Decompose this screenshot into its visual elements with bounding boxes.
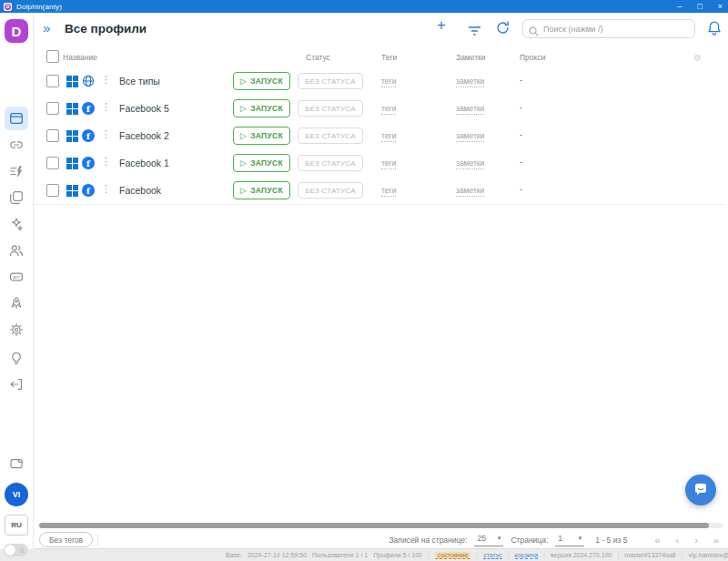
row-menu-button[interactable]: ⋮	[101, 156, 111, 168]
status-chip[interactable]: БЕЗ СТАТУСА	[298, 128, 363, 144]
facebook-icon: f	[82, 129, 95, 142]
column-header-tags[interactable]: Теги	[381, 53, 397, 62]
sidebar-item-proxy[interactable]	[5, 133, 28, 157]
per-page-select[interactable]: 25 ▾	[474, 534, 503, 546]
refresh-button[interactable]	[496, 21, 510, 38]
tags-cell[interactable]: теги	[381, 104, 396, 115]
status-link[interactable]: статус	[483, 552, 502, 559]
notes-cell[interactable]: заметки	[456, 186, 484, 197]
notes-cell[interactable]: заметки	[456, 76, 484, 87]
sun-icon: ☼	[18, 544, 25, 556]
language-button[interactable]: RU	[5, 515, 28, 536]
app-window: D Dolphin(anty) – □ × D	[0, 0, 728, 561]
status-chip[interactable]: БЕЗ СТАТУСА	[298, 182, 363, 199]
sidebar-item-scenarios[interactable]	[5, 291, 28, 315]
bell-icon	[707, 20, 722, 36]
row-checkbox[interactable]	[46, 129, 59, 142]
windows-icon	[66, 103, 78, 115]
first-page-button[interactable]: «	[654, 535, 660, 546]
launch-button[interactable]: ▷ ЗАПУСК	[233, 99, 290, 117]
notes-cell[interactable]: заметки	[456, 131, 484, 142]
notes-cell[interactable]: заметки	[456, 104, 484, 115]
maximize-button[interactable]: □	[697, 0, 702, 13]
tags-cell[interactable]: теги	[381, 158, 396, 169]
profile-name[interactable]: Facebook 5	[119, 103, 169, 114]
profile-name[interactable]: Facebook	[119, 185, 161, 196]
add-profile-button[interactable]: +	[437, 16, 446, 35]
row-menu-button[interactable]: ⋮	[101, 128, 111, 140]
column-header-proxy[interactable]: Прокси	[520, 53, 545, 62]
copy-pages-icon	[9, 190, 24, 205]
browser-window-icon	[9, 111, 24, 126]
scrollbar-thumb[interactable]	[39, 523, 709, 528]
row-checkbox[interactable]	[46, 157, 59, 169]
column-header-notes[interactable]: Заметки	[456, 53, 486, 62]
svg-text:API: API	[14, 275, 20, 280]
support-chat-button[interactable]	[685, 474, 716, 505]
team-users-icon	[9, 243, 24, 258]
profile-name[interactable]: Facebook 1	[119, 158, 169, 168]
sidebar-item-settings[interactable]	[5, 318, 28, 342]
profile-name[interactable]: Facebook 2	[119, 130, 169, 141]
row-menu-button[interactable]: ⋮	[101, 101, 111, 113]
sidebar: D	[0, 13, 34, 549]
rocket-icon	[9, 296, 24, 311]
tags-cell[interactable]: теги	[381, 131, 396, 142]
row-checkbox[interactable]	[46, 102, 59, 115]
row-checkbox[interactable]	[46, 75, 59, 87]
tags-cell[interactable]: теги	[381, 186, 396, 197]
chevron-down-icon: ▾	[579, 535, 582, 542]
row-menu-button[interactable]: ⋮	[101, 183, 111, 195]
page-header: » Все профили +	[34, 13, 728, 46]
next-page-button[interactable]: ›	[694, 535, 698, 546]
launch-button[interactable]: ▷ ЗАПУСК	[233, 181, 290, 199]
windows-icon	[66, 185, 78, 197]
api-icon: API	[9, 270, 24, 284]
theme-toggle[interactable]: ☼	[4, 544, 28, 556]
launch-button[interactable]: ▷ ЗАПУСК	[233, 127, 290, 145]
sidebar-item-api[interactable]: API	[5, 265, 28, 289]
user-avatar[interactable]: VI	[5, 483, 28, 506]
launch-button[interactable]: ▷ ЗАПУСК	[233, 154, 290, 172]
last-page-button[interactable]: »	[713, 535, 719, 546]
sidebar-item-automation[interactable]	[5, 159, 28, 183]
select-all-checkbox[interactable]	[46, 50, 59, 63]
filter-button[interactable]	[468, 24, 481, 40]
tags-cell[interactable]: теги	[381, 76, 396, 87]
footer-divider	[97, 535, 98, 546]
collapse-sidebar-button[interactable]: »	[43, 19, 50, 37]
windows-icon	[66, 76, 78, 87]
row-menu-button[interactable]: ⋮	[101, 74, 111, 86]
status-chip[interactable]: БЕЗ СТАТУСА	[298, 155, 363, 171]
sidebar-item-tips[interactable]	[5, 346, 28, 370]
profile-name[interactable]: Все типы	[119, 76, 160, 87]
prev-page-button[interactable]: ‹	[676, 535, 680, 546]
sidebar-item-browser-profiles[interactable]	[5, 107, 28, 130]
chat-bubble-icon	[693, 482, 709, 498]
column-header-name[interactable]: Название	[63, 53, 97, 62]
sidebar-item-extensions[interactable]	[5, 212, 28, 236]
sidebar-item-logout[interactable]	[5, 372, 28, 396]
notes-cell[interactable]: заметки	[456, 158, 484, 169]
no-tags-filter-button[interactable]: Без тегов	[39, 532, 93, 547]
status-chip[interactable]: БЕЗ СТАТУСА	[298, 73, 363, 89]
build-id: master#13374aa8	[624, 552, 675, 558]
search-input[interactable]	[522, 19, 695, 38]
sidebar-item-subscription[interactable]	[5, 452, 28, 475]
filter-icon	[468, 26, 481, 36]
sidebar-item-pages[interactable]	[5, 186, 28, 209]
minimize-button[interactable]: –	[677, 0, 682, 13]
table-settings-button[interactable]: ⚙	[693, 53, 702, 63]
page-select[interactable]: 1 ▾	[555, 534, 584, 546]
notifications-button[interactable]	[707, 20, 722, 40]
column-header-status[interactable]: Статус	[306, 53, 330, 62]
trash-link[interactable]: корзина	[515, 552, 539, 559]
condition-link[interactable]: состояние	[435, 552, 470, 559]
row-checkbox[interactable]	[46, 184, 59, 197]
proxy-cell: -	[520, 76, 522, 85]
horizontal-scrollbar[interactable]	[39, 523, 723, 528]
close-button[interactable]: ×	[718, 0, 723, 13]
sidebar-item-team[interactable]	[5, 239, 28, 262]
launch-button[interactable]: ▷ ЗАПУСК	[233, 72, 290, 90]
status-chip[interactable]: БЕЗ СТАТУСА	[298, 100, 363, 117]
